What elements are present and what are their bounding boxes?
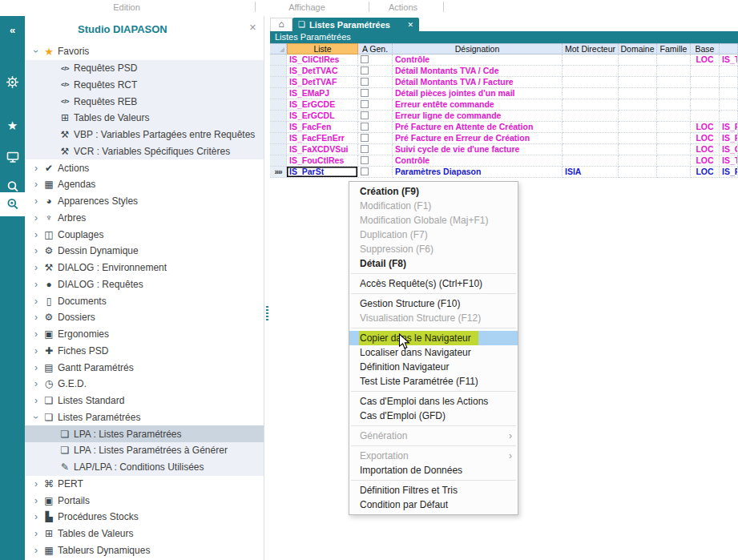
chevron-right-icon[interactable]: ›	[30, 212, 42, 224]
tree-item-vbp-variables-partagees-entre-requetes[interactable]: ⚒VBP : Variables Partagées entre Requête…	[25, 127, 264, 143]
cell-a-gen[interactable]	[358, 111, 393, 122]
checkbox-unchecked[interactable]	[361, 89, 369, 97]
tree-item-tables-de-valeurs[interactable]: ›⊞Tables de Valeurs	[25, 526, 264, 542]
chevron-right-icon[interactable]: ›	[30, 229, 42, 240]
cell-liste[interactable]: IS_FaXCDVSui	[287, 144, 358, 155]
tree-item-ergonomies[interactable]: ›▣Ergonomies	[25, 326, 264, 343]
tree-item-listes-parametrees[interactable]: ›❏Listes Paramétrées	[25, 409, 264, 426]
cell-famille[interactable]	[657, 77, 691, 88]
cell-a-gen[interactable]	[358, 77, 393, 88]
cell-liste[interactable]: IS_FacFen	[287, 122, 358, 133]
cell-extra[interactable]: IS_F	[720, 122, 738, 133]
tree-item-dossiers[interactable]: ›⚙Dossiers	[25, 309, 264, 326]
cell-designation[interactable]: Pré Facture en Erreur de Création	[393, 133, 563, 144]
checkbox-unchecked[interactable]	[361, 123, 369, 131]
column-header-designation[interactable]: Désignation	[393, 43, 563, 54]
row-selector-cell[interactable]	[270, 155, 287, 167]
cell-base[interactable]	[691, 99, 720, 111]
cell-famille[interactable]	[657, 133, 691, 144]
cell-designation[interactable]: Pré Facture en Attente de Création	[393, 122, 563, 133]
cell-a-gen[interactable]	[358, 155, 393, 167]
tree-item-g-e-d[interactable]: ›◷G.E.D.	[25, 376, 264, 393]
cell-base[interactable]	[691, 77, 720, 88]
cell-famille[interactable]	[657, 144, 691, 155]
menu-item-test-liste-parametree-f11[interactable]: Test Liste Paramétrée (F11)	[349, 374, 518, 389]
locate-search-icon[interactable]	[0, 192, 25, 216]
favorites-star-icon[interactable]: ★	[0, 119, 25, 133]
cell-base[interactable]: LOC	[691, 54, 720, 66]
tab-close-icon[interactable]: ✕	[407, 21, 413, 29]
cell-base[interactable]	[691, 88, 720, 99]
cell-mot-directeur[interactable]	[563, 155, 619, 167]
cell-a-gen[interactable]	[358, 66, 393, 77]
menu-item-cas-d-emploi-dans-les-actions[interactable]: Cas d'Emploi dans les Actions	[349, 394, 518, 409]
tree-item-apparences-styles[interactable]: ›◕Apparences Styles	[25, 193, 264, 210]
column-header-selector[interactable]	[270, 43, 287, 54]
menu-item-importation-de-donnees[interactable]: Importation de Données	[349, 463, 518, 477]
cell-famille[interactable]	[657, 54, 691, 66]
cell-extra[interactable]: IS_T	[720, 54, 738, 66]
tab-listes-parametrees[interactable]: ❏ Listes Paramétrées ✕	[292, 18, 419, 31]
cell-designation[interactable]: Détail pièces jointes d'un mail	[393, 88, 563, 99]
chevron-right-icon[interactable]: ›	[30, 545, 42, 556]
cell-domaine[interactable]	[619, 155, 657, 167]
chevron-down-icon[interactable]: ›	[30, 412, 42, 423]
cell-a-gen[interactable]	[358, 88, 393, 99]
cell-domaine[interactable]	[619, 133, 657, 144]
cell-famille[interactable]	[657, 155, 691, 167]
cell-domaine[interactable]	[619, 122, 657, 133]
cell-base[interactable]: LOC	[691, 155, 720, 167]
cell-liste[interactable]: IS_CliCtlRes	[287, 54, 358, 66]
cell-a-gen[interactable]	[358, 144, 393, 155]
tree-item-arbres[interactable]: ›♆Arbres	[25, 210, 264, 227]
cell-extra[interactable]: IS_F	[720, 133, 738, 144]
cell-extra[interactable]	[720, 99, 738, 111]
checkbox-unchecked[interactable]	[361, 111, 369, 119]
select-all-triangle-icon[interactable]	[280, 47, 284, 52]
menu-item-copier-dans-le-navigateur[interactable]: Copier dans le Navigateur	[349, 331, 518, 345]
tree-item-gantt-parametres[interactable]: ›▤Gantt Paramétrés	[25, 359, 264, 376]
cell-a-gen[interactable]	[358, 122, 393, 133]
row-selector-cell[interactable]	[270, 54, 287, 66]
chevron-down-icon[interactable]: ›	[30, 46, 42, 57]
chevron-right-icon[interactable]: ›	[30, 179, 42, 190]
checkbox-unchecked[interactable]	[361, 156, 369, 164]
tree-item-favoris[interactable]: ›★Favoris	[25, 43, 264, 60]
chevron-right-icon[interactable]: ›	[30, 362, 42, 373]
row-selector-cell[interactable]	[270, 99, 287, 111]
cell-base[interactable]: LOC	[691, 122, 720, 133]
cell-liste[interactable]: IS_ErGCDL	[287, 111, 358, 122]
cell-famille[interactable]	[657, 111, 691, 122]
tree-item-dialog-requetes[interactable]: ›●DIALOG : Requêtes	[25, 276, 264, 293]
tree-item-portails[interactable]: ›▣Portails	[25, 492, 264, 509]
menu-item-cas-d-emploi-gfd[interactable]: Cas d'Emploi (GFD)	[349, 409, 518, 423]
cell-famille[interactable]	[657, 66, 691, 77]
row-selector-cell[interactable]	[270, 133, 287, 144]
column-header-liste[interactable]: Liste	[287, 43, 358, 54]
tree-item-lpa-listes-parametrees[interactable]: ❏LPA : Listes Paramétrées	[25, 425, 264, 442]
cell-liste[interactable]: IS_ErGCDE	[287, 99, 358, 111]
chevron-right-icon[interactable]: ›	[30, 296, 42, 307]
cell-famille[interactable]	[657, 88, 691, 99]
cell-a-gen[interactable]	[358, 167, 393, 178]
menu-item-condition-par-defaut[interactable]: Condition par Défaut	[349, 498, 518, 512]
tree-item-couplages[interactable]: ›◫Couplages	[25, 226, 264, 243]
cell-liste[interactable]: IS_EMaPJ	[287, 88, 358, 99]
table-row-is-facfenerr[interactable]: IS_FacFEnErrPré Facture en Erreur de Cré…	[270, 133, 738, 144]
chevron-right-icon[interactable]: ›	[30, 262, 42, 273]
tree-item-lap-lpa-conditions-utilisees[interactable]: ✎LAP/LPA : Conditions Utilisées	[25, 459, 264, 476]
table-row-is-clictlres[interactable]: IS_CliCtlResContrôleLOCIS_T	[270, 54, 738, 66]
column-header-famille[interactable]: Famille	[657, 43, 691, 54]
chevron-right-icon[interactable]: ›	[30, 528, 42, 539]
row-selector-cell[interactable]	[270, 144, 287, 155]
chevron-right-icon[interactable]: ›	[30, 279, 42, 290]
chevron-right-icon[interactable]: ›	[30, 378, 42, 389]
cell-a-gen[interactable]	[358, 54, 393, 66]
cell-extra[interactable]: IS_T	[720, 155, 738, 167]
cell-designation[interactable]: Détail Montants TVA / Facture	[393, 77, 563, 88]
menu-item-detail-f8[interactable]: Détail (F8)	[349, 256, 518, 271]
cell-extra[interactable]	[720, 77, 738, 88]
cell-base[interactable]	[691, 66, 720, 77]
row-selector-cell[interactable]	[270, 66, 287, 77]
column-header-domaine[interactable]: Domaine	[619, 43, 657, 54]
